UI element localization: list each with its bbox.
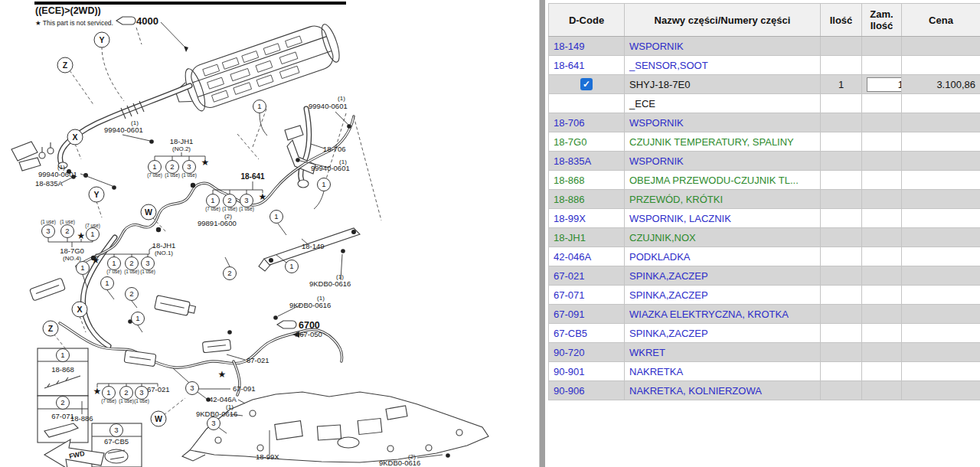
part-name-link[interactable]: WIAZKA ELEKTRYCZNA, KROTKA — [625, 305, 821, 324]
dcode-link[interactable]: 90-906 — [549, 381, 625, 400]
dcode-link[interactable]: 18-641 — [549, 56, 625, 75]
diagram-label: (1 use) — [60, 219, 75, 225]
diagram-label: (NO.1) — [155, 250, 173, 256]
order-qty-cell — [862, 152, 902, 171]
table-row: 18-99XWSPORNIK, LACZNIK — [549, 209, 980, 228]
part-name-link[interactable]: SPINKA,ZACZEP — [625, 324, 821, 343]
table-row: 18-886PRZEWÓD, KRÓTKI — [549, 190, 980, 209]
table-row: 18-706WSPORNIK — [549, 113, 980, 132]
diagram-label: 67-CB5 — [104, 437, 129, 446]
callout-number: 2 — [129, 259, 133, 267]
dcode-link[interactable]: 18-835A — [549, 152, 625, 171]
diagram-label: 18-JH1 — [152, 241, 176, 250]
ref-letter: Y — [99, 35, 104, 44]
dcode-link[interactable]: 67-071 — [549, 286, 625, 305]
dcode-link[interactable]: 18-886 — [549, 190, 625, 209]
qty-cell — [821, 132, 862, 152]
ref-letter: Z — [48, 324, 54, 333]
order-qty-cell — [862, 190, 902, 209]
diagram-label: 99940-0601 — [309, 102, 348, 110]
price-cell — [902, 37, 980, 56]
dcode-link[interactable]: 42-046A — [549, 247, 625, 266]
dcode-link[interactable]: 90-901 — [549, 362, 625, 381]
part-name-link[interactable]: CZUJNIK,NOX — [625, 228, 821, 247]
dcode-link[interactable]: 67-021 — [549, 266, 625, 286]
diagram-label[interactable]: 18-641 — [240, 172, 265, 181]
diagram-label: 67-091 — [233, 384, 256, 393]
diagram-label: 67-021 — [147, 385, 170, 394]
price-cell — [902, 228, 980, 247]
ref-letter: Y — [93, 190, 99, 199]
part-name-link[interactable]: OBEJMA PRZEWODU-CZUJNIK TL... — [625, 171, 821, 190]
price-cell — [902, 94, 980, 113]
table-row: 90-906NAKRETKA, KOLNIERZOWA — [549, 381, 980, 400]
callout-number: 1 — [322, 180, 325, 188]
diagram-label: ((ECE)>(2WD)) — [35, 5, 101, 16]
dcode-link[interactable]: 18-868 — [549, 171, 625, 190]
order-qty-cell — [862, 56, 902, 75]
qty-cell — [821, 94, 862, 113]
table-row: 90-901NAKRETKA — [549, 362, 980, 381]
part-name-link[interactable]: PRZEWÓD, KRÓTKI — [625, 190, 821, 209]
part-name-link[interactable]: PODKLADKA — [625, 247, 821, 266]
part-name-link[interactable]: SPINKA,ZACZEP — [625, 286, 821, 305]
part-name-link[interactable]: CZUJNIK TEMPERATURY, SPALINY — [625, 132, 821, 152]
tail-pipe — [298, 109, 309, 188]
diagram-label: 18-JH1 — [170, 137, 194, 145]
price-cell — [902, 247, 980, 266]
price-cell — [902, 113, 980, 132]
part-checkbox[interactable]: ✓ — [580, 78, 593, 90]
diagram-label: (1) — [338, 95, 345, 102]
order-qty-cell — [862, 37, 902, 56]
callout-number: 3 — [244, 196, 248, 204]
dcode-link[interactable]: 67-CB5 — [549, 324, 625, 343]
price-cell — [902, 266, 980, 286]
part-number[interactable]: SHYJ-18-7E0 — [625, 75, 821, 94]
callout-number: 1 — [80, 263, 84, 272]
diagram-label: (NO.4) — [63, 255, 81, 262]
part-name-link[interactable]: WSPORNIK — [625, 152, 821, 171]
order-qty-cell — [862, 132, 902, 152]
callout-number: 3 — [114, 426, 118, 434]
qty-cell — [821, 362, 862, 381]
callout-number: 1 — [90, 230, 94, 238]
part-name-link[interactable]: NAKRETKA — [625, 362, 821, 381]
dcode-link[interactable]: 18-7G0 — [549, 132, 625, 152]
order-qty-header-line1: Zam. — [867, 8, 897, 20]
table-row: 18-JH1CZUJNIK,NOX — [549, 228, 980, 247]
part-name-link[interactable]: WKRET — [625, 343, 821, 362]
diagram-label: 6700 — [299, 320, 320, 331]
part-name-link[interactable]: WSPORNIK, LACZNIK — [625, 209, 821, 228]
price-cell — [902, 171, 980, 190]
diagram-label: 4000 — [136, 15, 158, 27]
callout-number: 2 — [124, 388, 128, 397]
order-qty-cell — [862, 343, 902, 362]
dcode-link[interactable]: 18-149 — [549, 37, 625, 56]
diagram-label: 67-071 — [51, 412, 74, 420]
part-name-link[interactable]: WSPORNIK — [625, 37, 821, 56]
part-name-link[interactable]: WSPORNIK — [625, 113, 821, 132]
order-qty-cell — [862, 75, 902, 94]
dcode-link[interactable]: 90-720 — [549, 343, 625, 362]
callout-number: 1 — [274, 212, 278, 220]
callout-number: 1 — [105, 279, 109, 287]
qty-cell — [821, 56, 862, 75]
ref-letter: X — [72, 132, 77, 142]
callout-number: 1 — [211, 196, 214, 204]
order-qty-cell — [862, 228, 902, 247]
ref-letter: W — [145, 207, 152, 217]
dcode-link[interactable]: 67-091 — [549, 305, 625, 324]
price-cell — [902, 286, 980, 305]
price-cell — [902, 56, 980, 75]
dcode-link[interactable]: 18-JH1 — [549, 228, 625, 247]
order-qty-input[interactable] — [867, 77, 902, 92]
part-name-link[interactable]: SPINKA,ZACZEP — [625, 266, 821, 286]
table-row: 18-7G0CZUJNIK TEMPERATURY, SPALINY — [549, 132, 980, 152]
part-name-link[interactable]: NAKRETKA, KOLNIERZOWA — [625, 381, 821, 400]
part-name-link[interactable]: _SENSOR,SOOT — [625, 56, 821, 75]
qty-cell — [821, 343, 862, 362]
table-row: 67-CB5SPINKA,ZACZEP — [549, 324, 980, 343]
callout-number: 1 — [60, 351, 64, 359]
dcode-link[interactable]: 18-99X — [549, 209, 625, 228]
dcode-link[interactable]: 18-706 — [549, 113, 625, 132]
